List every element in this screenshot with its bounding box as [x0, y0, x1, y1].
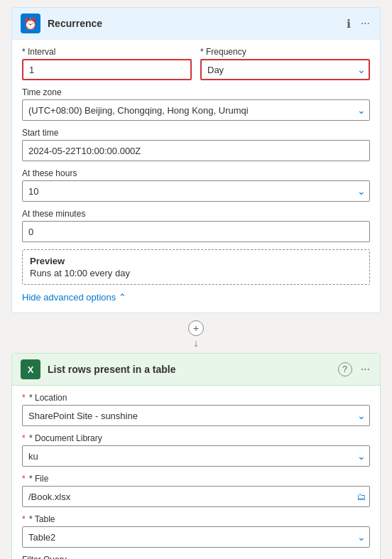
table-input[interactable] [22, 526, 370, 548]
timezone-input[interactable] [22, 99, 370, 121]
at-these-hours-input[interactable] [22, 180, 370, 202]
location-label: * * Location [22, 393, 370, 403]
table-label: * * Table [22, 514, 370, 524]
arrow-down-icon: ↓ [194, 337, 199, 349]
at-these-hours-row: At these hours ⌄ [22, 168, 370, 202]
at-these-minutes-input[interactable] [22, 221, 370, 242]
file-browse-icon[interactable]: 🗂 [356, 492, 366, 502]
list-rows-title: List rows present in a table [48, 364, 338, 375]
start-time-row: Start time [22, 128, 370, 161]
timezone-wrapper: ⌄ [22, 99, 370, 121]
connector: + ↓ [188, 320, 204, 349]
frequency-wrapper: Day ⌄ [200, 59, 370, 80]
list-rows-header: X List rows present in a table ? ··· [12, 354, 380, 386]
frequency-display[interactable]: Day [200, 59, 370, 80]
frequency-group: * Frequency Day ⌄ [200, 47, 370, 80]
filter-query-group: Filter Query An ODATA filter query to re… [22, 555, 370, 559]
file-input[interactable] [22, 486, 370, 507]
recurrence-hide-advanced-link[interactable]: Hide advanced options ⌃ [22, 292, 370, 303]
file-wrapper: 🗂 [22, 486, 370, 507]
recurrence-hide-advanced-chevron-icon: ⌃ [119, 292, 126, 303]
interval-input[interactable] [22, 59, 192, 80]
timezone-label: Time zone [22, 87, 370, 97]
at-these-hours-group: At these hours ⌄ [22, 168, 370, 202]
preview-text: Runs at 10:00 every day [30, 268, 362, 278]
table-group: * * Table ⌄ [22, 514, 370, 548]
doc-library-input[interactable] [22, 445, 370, 467]
recurrence-actions: ℹ ··· [345, 16, 371, 32]
at-these-hours-label: At these hours [22, 168, 370, 178]
recurrence-hide-advanced-label: Hide advanced options [22, 292, 116, 303]
frequency-value: Day [207, 65, 224, 75]
location-input[interactable] [22, 405, 370, 426]
recurrence-body: * Interval * Frequency Day ⌄ Time zone [12, 40, 380, 313]
list-rows-card: X List rows present in a table ? ··· * *… [11, 353, 381, 559]
add-step-button[interactable]: + [188, 320, 204, 336]
interval-label: * Interval [22, 47, 192, 57]
at-these-minutes-row: At these minutes [22, 209, 370, 242]
at-these-hours-wrapper: ⌄ [22, 180, 370, 202]
list-rows-help-button[interactable]: ? [338, 362, 352, 376]
doc-library-group: * * Document Library ⌄ [22, 433, 370, 467]
interval-group: * Interval [22, 47, 192, 80]
list-rows-icon-symbol: X [28, 364, 34, 375]
timezone-row: Time zone ⌄ [22, 87, 370, 121]
list-rows-body: * * Location ⌄ * * Document Library ⌄ * … [12, 386, 380, 559]
interval-frequency-row: * Interval * Frequency Day ⌄ [22, 47, 370, 80]
recurrence-title: Recurrence [48, 18, 345, 29]
recurrence-icon: ⏰ [21, 13, 40, 33]
doc-library-row: * * Document Library ⌄ [22, 433, 370, 467]
frequency-label: * Frequency [200, 47, 370, 57]
recurrence-more-button[interactable]: ··· [359, 16, 371, 31]
doc-library-label: * * Document Library [22, 433, 370, 443]
doc-library-wrapper: ⌄ [22, 445, 370, 467]
file-label: * * File [22, 474, 370, 484]
filter-query-label: Filter Query [22, 555, 370, 559]
start-time-group: Start time [22, 128, 370, 161]
at-these-minutes-label: At these minutes [22, 209, 370, 219]
filter-query-row: Filter Query An ODATA filter query to re… [22, 555, 370, 559]
file-row: * * File 🗂 [22, 474, 370, 507]
timezone-group: Time zone ⌄ [22, 87, 370, 121]
preview-title: Preview [30, 256, 362, 266]
recurrence-info-button[interactable]: ℹ [345, 16, 352, 32]
table-row: * * Table ⌄ [22, 514, 370, 548]
list-rows-more-button[interactable]: ··· [359, 362, 371, 377]
recurrence-card: ⏰ Recurrence ℹ ··· * Interval * Frequenc… [11, 7, 381, 313]
at-these-minutes-group: At these minutes [22, 209, 370, 242]
start-time-input[interactable] [22, 140, 370, 161]
location-wrapper: ⌄ [22, 405, 370, 426]
file-group: * * File 🗂 [22, 474, 370, 507]
preview-box: Preview Runs at 10:00 every day [22, 249, 370, 285]
location-row: * * Location ⌄ [22, 393, 370, 426]
location-group: * * Location ⌄ [22, 393, 370, 426]
start-time-label: Start time [22, 128, 370, 138]
list-rows-actions: ? ··· [338, 362, 371, 377]
table-wrapper: ⌄ [22, 526, 370, 548]
recurrence-header: ⏰ Recurrence ℹ ··· [12, 8, 380, 40]
recurrence-icon-symbol: ⏰ [23, 17, 38, 31]
list-rows-icon: X [21, 359, 40, 379]
